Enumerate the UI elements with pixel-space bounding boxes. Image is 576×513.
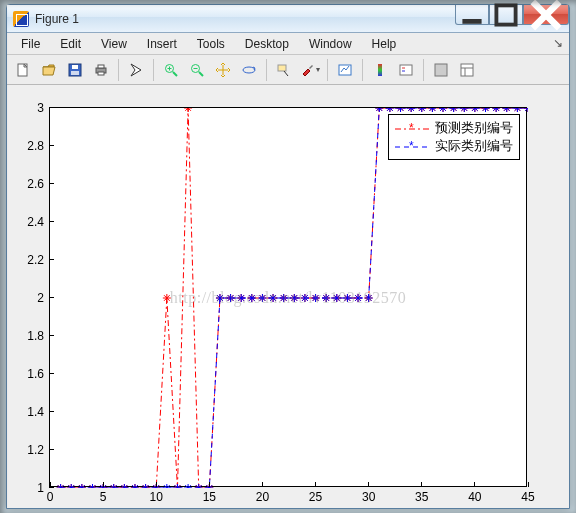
x-tick: 5: [100, 490, 107, 504]
svg-line-12: [173, 72, 177, 76]
menu-insert[interactable]: Insert: [139, 35, 185, 53]
x-tick: 10: [150, 490, 163, 504]
insert-colorbar-button[interactable]: [368, 58, 392, 82]
menu-desktop[interactable]: Desktop: [237, 35, 297, 53]
data-cursor-button[interactable]: [272, 58, 296, 82]
menu-help[interactable]: Help: [364, 35, 405, 53]
y-tick: 1: [37, 481, 44, 495]
x-tick: 40: [468, 490, 481, 504]
show-plot-tools-button[interactable]: [455, 58, 479, 82]
pan-button[interactable]: [211, 58, 235, 82]
svg-point-18: [243, 67, 255, 73]
figure-canvas: http://blog.csdn.net/lv1103192570 * 预测类别…: [7, 85, 569, 508]
svg-rect-7: [71, 71, 79, 75]
y-tick: 1.6: [27, 367, 44, 381]
menubar: File Edit View Insert Tools Desktop Wind…: [7, 33, 569, 55]
legend-label-2: 实际类别编号: [435, 137, 513, 155]
menu-overflow-icon[interactable]: ↘: [553, 36, 563, 50]
y-tick: 2.8: [27, 139, 44, 153]
titlebar[interactable]: Figure 1: [7, 5, 569, 33]
axes[interactable]: http://blog.csdn.net/lv1103192570 * 预测类别…: [49, 107, 527, 487]
svg-rect-1: [496, 5, 515, 24]
toolbar: ▾: [7, 55, 569, 85]
zoom-out-button[interactable]: [185, 58, 209, 82]
minimize-button[interactable]: [455, 5, 489, 25]
menu-view[interactable]: View: [93, 35, 135, 53]
x-tick: 15: [203, 490, 216, 504]
svg-rect-21: [378, 64, 382, 76]
y-tick: 1.8: [27, 329, 44, 343]
brush-button[interactable]: ▾: [298, 58, 322, 82]
link-button[interactable]: [333, 58, 357, 82]
window-buttons: [455, 5, 569, 25]
x-tick: 0: [47, 490, 54, 504]
x-tick: 25: [309, 490, 322, 504]
legend-entry-2: * 实际类别编号: [395, 137, 513, 155]
svg-rect-9: [98, 65, 104, 68]
print-button[interactable]: [89, 58, 113, 82]
svg-line-16: [199, 72, 203, 76]
legend-label-1: 预测类别编号: [435, 119, 513, 137]
figure-window: Figure 1 File Edit View Insert Tools Des…: [6, 4, 570, 509]
svg-rect-25: [435, 64, 447, 76]
svg-rect-26: [461, 64, 473, 76]
x-tick: 20: [256, 490, 269, 504]
window-title: Figure 1: [35, 12, 79, 26]
x-tick: 45: [521, 490, 534, 504]
y-tick: 3: [37, 101, 44, 115]
y-tick: 1.4: [27, 405, 44, 419]
matlab-icon: [13, 11, 29, 27]
legend-entry-1: * 预测类别编号: [395, 119, 513, 137]
open-button[interactable]: [37, 58, 61, 82]
maximize-button[interactable]: [489, 5, 523, 25]
hide-plot-tools-button[interactable]: [429, 58, 453, 82]
zoom-in-button[interactable]: [159, 58, 183, 82]
y-tick: 1.2: [27, 443, 44, 457]
close-button[interactable]: [523, 5, 569, 25]
menu-tools[interactable]: Tools: [189, 35, 233, 53]
x-tick: 35: [415, 490, 428, 504]
svg-rect-19: [278, 65, 286, 71]
svg-rect-10: [98, 72, 104, 75]
save-button[interactable]: [63, 58, 87, 82]
svg-rect-22: [400, 65, 412, 75]
menu-edit[interactable]: Edit: [52, 35, 89, 53]
insert-legend-button[interactable]: [394, 58, 418, 82]
y-tick: 2.6: [27, 177, 44, 191]
y-tick: 2.2: [27, 253, 44, 267]
edit-plot-button[interactable]: [124, 58, 148, 82]
new-figure-button[interactable]: [11, 58, 35, 82]
svg-rect-6: [72, 65, 78, 69]
y-tick: 2: [37, 291, 44, 305]
plot-lines: [50, 108, 528, 488]
rotate3d-button[interactable]: [237, 58, 261, 82]
menu-window[interactable]: Window: [301, 35, 360, 53]
menu-file[interactable]: File: [13, 35, 48, 53]
y-tick: 2.4: [27, 215, 44, 229]
x-tick: 30: [362, 490, 375, 504]
legend[interactable]: * 预测类别编号 * 实际类别编号: [388, 114, 520, 160]
